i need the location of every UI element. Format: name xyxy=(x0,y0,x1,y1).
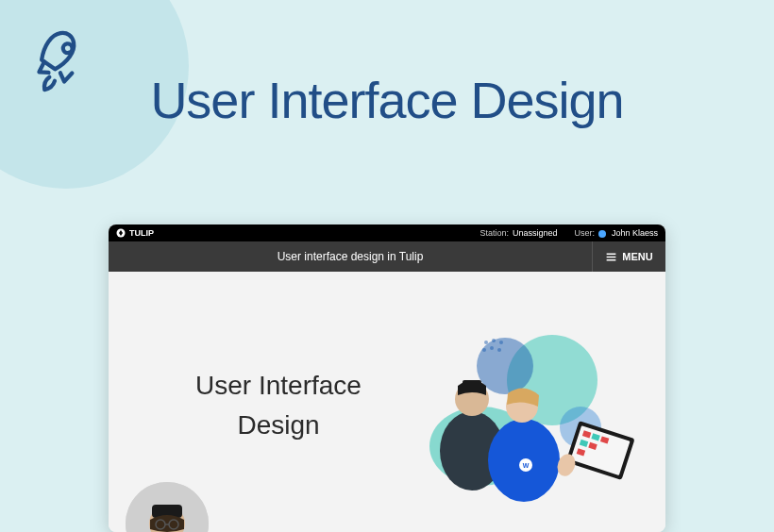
app-status-bar: TULIP Station: Unassigned User: John Kla… xyxy=(109,224,665,241)
svg-point-13 xyxy=(490,346,494,350)
svg-rect-23 xyxy=(463,380,481,389)
menu-button[interactable]: MENU xyxy=(592,241,665,272)
hamburger-icon xyxy=(605,251,617,263)
menu-label: MENU xyxy=(622,251,652,262)
tulip-logo-icon xyxy=(116,228,126,238)
workers-illustration: W xyxy=(382,314,647,512)
page-title: User Interface Design xyxy=(0,71,774,129)
presenter-avatar xyxy=(126,482,209,532)
svg-text:W: W xyxy=(523,462,530,469)
user-indicator xyxy=(598,228,608,238)
station-label: Station: xyxy=(480,228,509,238)
video-heading: User Interface Design xyxy=(160,366,396,445)
svg-point-10 xyxy=(492,339,496,342)
svg-point-12 xyxy=(482,348,486,352)
app-title: User interface design in Tulip xyxy=(109,250,592,263)
svg-point-0 xyxy=(62,43,73,54)
user-label: User: xyxy=(574,228,595,238)
app-title-bar: User interface design in Tulip MENU xyxy=(109,241,665,272)
user-value: John Klaess xyxy=(612,228,658,238)
video-body: User Interface Design W xyxy=(109,272,665,532)
video-frame[interactable]: TULIP Station: Unassigned User: John Kla… xyxy=(109,224,665,532)
svg-point-11 xyxy=(499,341,503,344)
station-value: Unassigned xyxy=(513,228,558,238)
svg-point-9 xyxy=(484,341,488,344)
svg-point-14 xyxy=(497,348,501,352)
brand-label: TULIP xyxy=(129,228,154,238)
